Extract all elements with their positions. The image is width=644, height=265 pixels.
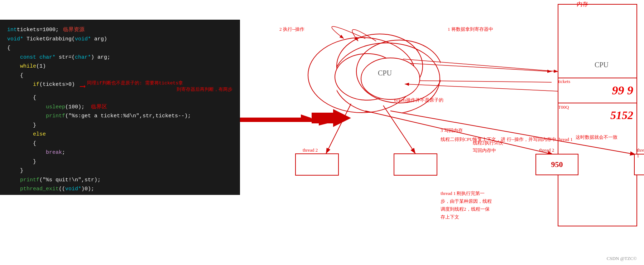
cpu-inner-label: CPU	[378, 69, 392, 77]
annot-step2: 2 执行--操作	[279, 26, 304, 33]
memory-tickets-label: tickets	[558, 78, 570, 85]
cpu-label: CPU	[595, 61, 609, 69]
watermark: CSDN @TZC©	[607, 256, 637, 261]
code-line-1: int tickets=1000; 临界资源	[7, 25, 233, 35]
svg-point-18	[361, 58, 420, 99]
big-arrow	[240, 113, 340, 128]
svg-rect-14	[394, 154, 437, 175]
thread2-val-box: 950	[535, 154, 578, 175]
arrow-icon: ⟶	[80, 80, 85, 93]
thread1-box-label: thread 1	[637, 147, 644, 159]
diagram-area: 内存 CPU 1 将数据拿到寄存器中 2 执行--操作 3 写回内存 ticke…	[240, 0, 644, 265]
svg-rect-13	[295, 154, 338, 175]
annot-thread1-explanation: thread 1 刚执行完第一步，由于某种原因，线程调度到线程2，线程一保存上下…	[441, 190, 512, 221]
memory-tickets-value: 99 9	[587, 78, 637, 103]
svg-marker-19	[240, 115, 340, 126]
memory-t00q-label: T00Q	[558, 104, 569, 111]
memory-t00q-value: 5152	[587, 103, 637, 127]
svg-line-10	[383, 105, 415, 154]
annot-step1: 1 将数据拿到寄存器中	[448, 26, 493, 33]
thread2-label: thread 2	[303, 147, 318, 154]
memory-inconsistent-text: 这时数据就会不一致	[562, 134, 630, 141]
annot-step3: 3 写回内存	[441, 127, 463, 134]
annot-thread1-context: 线程二得到CPU恢复上下文，进 行--操作，并写回内存中 thread 1	[441, 136, 573, 143]
thread2-box-label: thread 2	[539, 147, 554, 153]
cpu-area: CPU	[337, 38, 441, 113]
memory-title: 内存	[577, 0, 588, 9]
annot-thread2-50: 线程2执行50次写回内存中	[473, 139, 503, 154]
code-panel: int tickets=1000; 临界资源 void* TicketGrabb…	[0, 20, 240, 195]
